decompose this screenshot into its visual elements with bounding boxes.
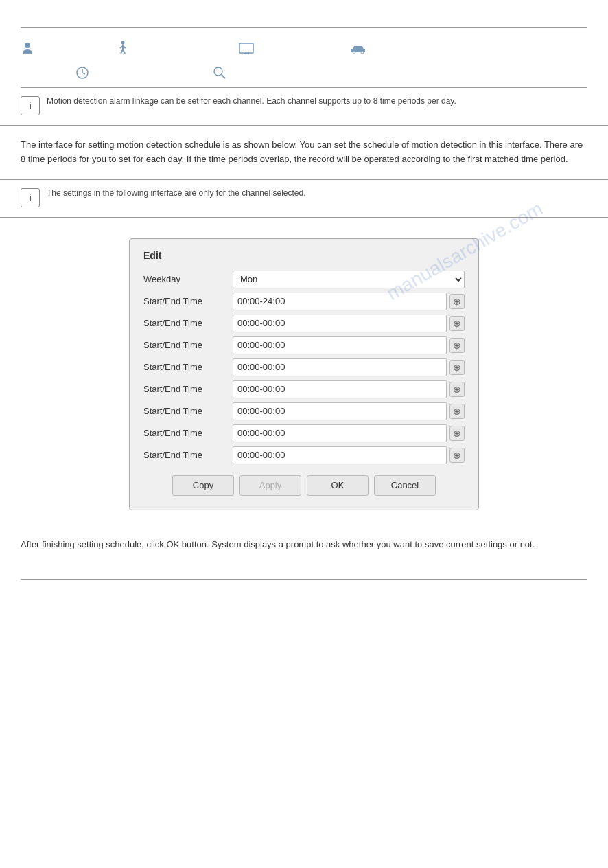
- time-label-4: Start/End Time: [143, 384, 233, 394]
- dialog-wrapper: Edit Weekday Mon Tue Wed Thu Fri Sat Sun…: [0, 218, 608, 524]
- svg-line-15: [222, 75, 225, 78]
- edit-dialog: Edit Weekday Mon Tue Wed Thu Fri Sat Sun…: [129, 238, 479, 510]
- time-field-7[interactable]: 00:00-00:00: [233, 446, 447, 464]
- time-input-wrap-7: 00:00-00:00 ⊕: [233, 446, 465, 464]
- time-row-7: Start/End Time 00:00-00:00 ⊕: [143, 446, 465, 464]
- time-row-4: Start/End Time 00:00-00:00 ⊕: [143, 380, 465, 398]
- time-label-0: Start/End Time: [143, 296, 233, 306]
- dialog-buttons: Copy Apply OK Cancel: [143, 475, 465, 496]
- time-input-wrap-4: 00:00-00:00 ⊕: [233, 380, 465, 398]
- svg-line-6: [123, 49, 125, 54]
- time-label-2: Start/End Time: [143, 340, 233, 350]
- body-text-2: After finishing setting schedule, click …: [0, 524, 608, 566]
- info-box-2: i The settings in the following interfac…: [0, 180, 608, 218]
- person-icon: [21, 41, 34, 58]
- copy-button[interactable]: Copy: [172, 475, 234, 496]
- time-field-3[interactable]: 00:00-00:00: [233, 358, 447, 376]
- time-rows-container: Start/End Time 00:00-24:00 ⊕ Start/End T…: [143, 293, 465, 464]
- time-input-wrap-6: 00:00-00:00 ⊕: [233, 424, 465, 442]
- apply-button[interactable]: Apply: [239, 475, 301, 496]
- time-field-6[interactable]: 00:00-00:00: [233, 424, 447, 442]
- time-row-1: Start/End Time 00:00-00:00 ⊕: [143, 315, 465, 332]
- time-edit-btn-1[interactable]: ⊕: [449, 316, 465, 331]
- svg-point-10: [361, 51, 364, 54]
- info-box-1: i Motion detection alarm linkage can be …: [0, 88, 608, 126]
- time-label-1: Start/End Time: [143, 318, 233, 328]
- svg-point-1: [121, 41, 125, 45]
- info-text-2: The settings in the following interface …: [47, 187, 306, 199]
- clock-icon: [75, 66, 89, 82]
- time-row-0: Start/End Time 00:00-24:00 ⊕: [143, 293, 465, 310]
- time-label-6: Start/End Time: [143, 428, 233, 438]
- weekday-row: Weekday Mon Tue Wed Thu Fri Sat Sun All: [143, 271, 465, 288]
- search-icon: [213, 66, 226, 82]
- time-label-7: Start/End Time: [143, 450, 233, 460]
- icon-row-2: [0, 65, 608, 87]
- time-input-wrap-0: 00:00-24:00 ⊕: [233, 293, 465, 310]
- svg-rect-7: [239, 43, 253, 53]
- top-divider: [21, 27, 587, 28]
- bottom-divider: [21, 579, 587, 580]
- info-icon-1: i: [21, 96, 40, 115]
- car-icon: [350, 43, 366, 56]
- time-input-wrap-2: 00:00-00:00 ⊕: [233, 336, 465, 354]
- time-field-2[interactable]: 00:00-00:00: [233, 336, 447, 354]
- time-input-wrap-3: 00:00-00:00 ⊕: [233, 358, 465, 376]
- svg-point-9: [353, 51, 355, 54]
- time-edit-btn-6[interactable]: ⊕: [449, 426, 465, 441]
- dialog-title: Edit: [143, 250, 465, 261]
- time-row-3: Start/End Time 00:00-00:00 ⊕: [143, 358, 465, 376]
- svg-point-0: [25, 43, 30, 48]
- info-text-1: Motion detection alarm linkage can be se…: [47, 95, 456, 107]
- time-field-5[interactable]: 00:00-00:00: [233, 402, 447, 420]
- time-field-4[interactable]: 00:00-00:00: [233, 380, 447, 398]
- weekday-select[interactable]: Mon Tue Wed Thu Fri Sat Sun All: [233, 271, 465, 288]
- info-icon-2: i: [21, 188, 40, 207]
- time-row-6: Start/End Time 00:00-00:00 ⊕: [143, 424, 465, 442]
- time-edit-btn-3[interactable]: ⊕: [449, 360, 465, 375]
- weekday-input-wrap: Mon Tue Wed Thu Fri Sat Sun All: [233, 271, 465, 288]
- time-row-2: Start/End Time 00:00-00:00 ⊕: [143, 336, 465, 354]
- time-field-0[interactable]: 00:00-24:00: [233, 293, 447, 310]
- weekday-label: Weekday: [143, 274, 233, 284]
- cancel-button[interactable]: Cancel: [374, 475, 436, 496]
- time-edit-btn-7[interactable]: ⊕: [449, 448, 465, 463]
- figure-icon: [117, 41, 129, 59]
- icon-row-1: [0, 35, 608, 65]
- screen-icon: [239, 43, 254, 57]
- time-field-1[interactable]: 00:00-00:00: [233, 315, 447, 332]
- time-label-3: Start/End Time: [143, 362, 233, 372]
- body-text-1: The interface for setting motion detecti…: [0, 126, 608, 180]
- time-label-5: Start/End Time: [143, 406, 233, 416]
- time-input-wrap-5: 00:00-00:00 ⊕: [233, 402, 465, 420]
- time-edit-btn-5[interactable]: ⊕: [449, 404, 465, 419]
- svg-point-14: [214, 67, 222, 76]
- time-edit-btn-4[interactable]: ⊕: [449, 382, 465, 397]
- ok-button[interactable]: OK: [307, 475, 369, 496]
- time-edit-btn-0[interactable]: ⊕: [449, 294, 465, 309]
- time-input-wrap-1: 00:00-00:00 ⊕: [233, 315, 465, 332]
- time-row-5: Start/End Time 00:00-00:00 ⊕: [143, 402, 465, 420]
- svg-line-13: [82, 73, 85, 74]
- svg-rect-8: [244, 53, 249, 54]
- time-edit-btn-2[interactable]: ⊕: [449, 338, 465, 353]
